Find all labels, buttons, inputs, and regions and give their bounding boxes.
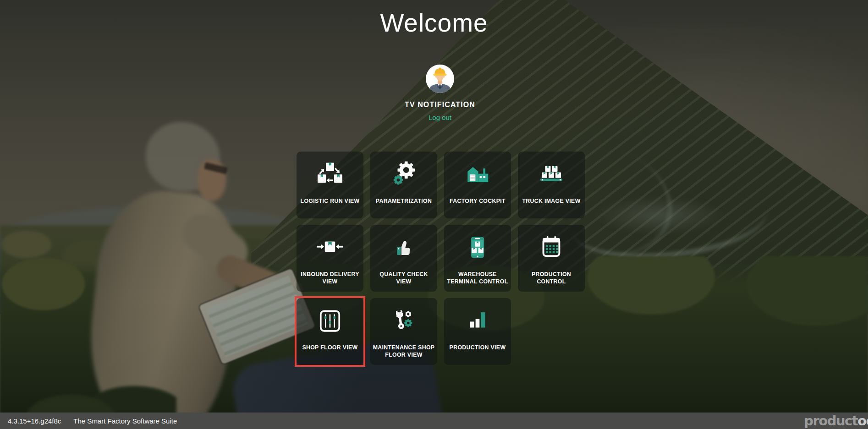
page-title: Welcome [0, 8, 868, 38]
boxes-cycle-icon [297, 160, 363, 189]
tile-production-view[interactable]: PRODUCTION VIEW [444, 298, 511, 365]
tile-label: SHOP FLOOR VIEW [299, 344, 361, 352]
tile-label: QUALITY CHECK VIEW [373, 271, 435, 285]
tile-shop-floor-view[interactable]: SHOP FLOOR VIEW [297, 298, 363, 365]
sliders-panel-icon [297, 306, 363, 336]
calendar-icon [518, 233, 585, 262]
bar-chart-icon [444, 306, 511, 336]
tile-label: PRODUCTION CONTROL [520, 271, 582, 285]
tile-quality-check-view[interactable]: QUALITY CHECK VIEW [370, 225, 437, 292]
box-inbound-arrows-icon [297, 233, 363, 262]
user-name: TV NOTIFICATION [6, 101, 868, 109]
factory-icon [444, 160, 511, 189]
footer-bar: 4.3.15+16.g24f8c The Smart Factory Softw… [0, 413, 868, 429]
worker-avatar-icon [426, 65, 454, 93]
logo-text-suffix: oo [857, 413, 868, 429]
tile-label: LOGISTIC RUN VIEW [299, 198, 361, 205]
gears-icon [370, 160, 437, 189]
tablet-boxes-icon [444, 233, 511, 262]
tile-label: FACTORY COCKPIT [446, 198, 509, 205]
tile-label: PRODUCTION VIEW [446, 344, 509, 352]
tile-logistic-run-view[interactable]: LOGISTIC RUN VIEW [297, 152, 363, 218]
logo-text-main: product [804, 413, 857, 429]
product-name-label: The Smart Factory Software Suite [73, 417, 177, 425]
tile-truck-image-view[interactable]: TRUCK IMAGE VIEW [518, 152, 585, 218]
tile-label: INBOUND DELIVERY VIEW [299, 271, 361, 285]
tile-maintenance-shop-floor-view[interactable]: MAINTENANCE SHOP FLOOR VIEW [370, 298, 437, 365]
version-label: 4.3.15+16.g24f8c [8, 417, 61, 425]
tile-label: MAINTENANCE SHOP FLOOR VIEW [373, 344, 435, 358]
welcome-screen: Welcome [0, 0, 868, 429]
tile-label: WAREHOUSE TERMINAL CONTROL [446, 271, 509, 285]
logout-link[interactable]: Log out [429, 114, 451, 121]
wrench-gear-icon [370, 306, 437, 336]
tile-parametrization[interactable]: PARAMETRIZATION [370, 152, 437, 218]
tile-label: TRUCK IMAGE VIEW [520, 198, 582, 205]
tile-label: PARAMETRIZATION [373, 198, 435, 205]
tile-inbound-delivery-view[interactable]: INBOUND DELIVERY VIEW [297, 225, 363, 292]
user-block: TV NOTIFICATION Log out [6, 65, 868, 122]
productoo-logo: productoo [804, 413, 868, 429]
thumbs-up-icon [370, 233, 437, 262]
tile-production-control[interactable]: PRODUCTION CONTROL [518, 225, 585, 292]
tile-warehouse-terminal-control[interactable]: WAREHOUSE TERMINAL CONTROL [444, 225, 511, 292]
app-tile-grid: LOGISTIC RUN VIEW [297, 152, 585, 365]
conveyor-boxes-icon [518, 160, 585, 189]
tile-factory-cockpit[interactable]: FACTORY COCKPIT [444, 152, 511, 218]
